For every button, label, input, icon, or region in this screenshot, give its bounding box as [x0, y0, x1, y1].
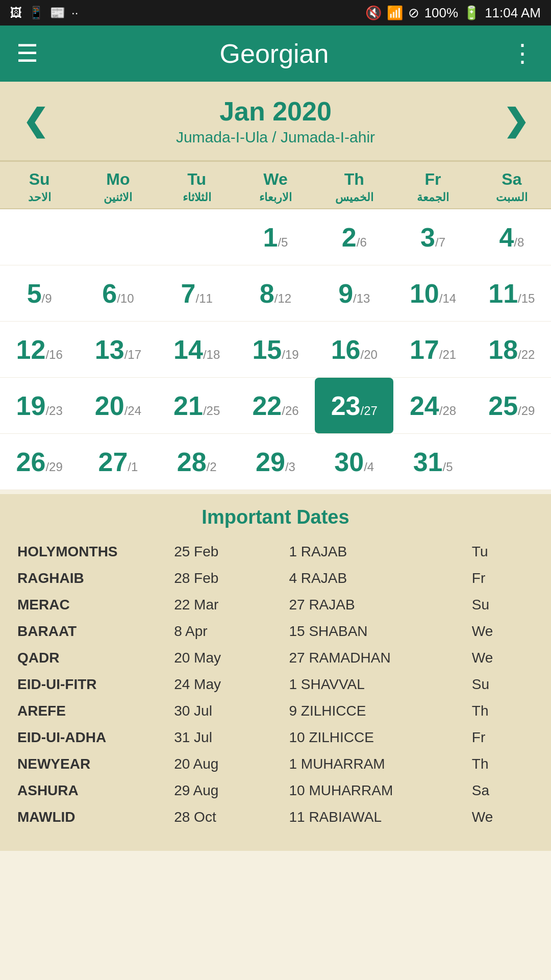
gregorian-day: 10	[410, 280, 439, 307]
day-cell[interactable]: 293	[236, 434, 315, 490]
gregorian-day: 3	[420, 224, 435, 251]
day-cell[interactable]: 1721	[393, 322, 472, 378]
important-date-hijri: 4 RAJAB	[286, 565, 468, 592]
important-date-name: EID-UI-ADHA	[14, 724, 171, 751]
important-date-greg: 20 Aug	[171, 751, 286, 777]
important-date-day: We	[469, 618, 537, 645]
day-ar: الثلاثاء	[158, 191, 236, 204]
day-cell[interactable]: 913	[315, 265, 393, 322]
gregorian-day: 20	[95, 393, 124, 419]
battery-percent: 100%	[424, 5, 459, 21]
day-cell	[158, 209, 236, 265]
gallery-icon: 🖼	[10, 6, 22, 20]
gregorian-day: 9	[338, 280, 353, 307]
hijri-day: 26	[282, 405, 298, 417]
day-cell[interactable]: 1620	[315, 322, 393, 378]
hijri-day: 16	[45, 349, 62, 361]
important-date-day: Sa	[469, 777, 537, 804]
day-cell[interactable]: 37	[393, 209, 472, 265]
important-date-hijri: 15 SHABAN	[286, 618, 468, 645]
day-cell[interactable]: 2529	[472, 378, 551, 434]
day-ar: الاربعاء	[236, 191, 315, 204]
gregorian-day: 4	[499, 224, 514, 251]
toolbar: ☰ Georgian ⋮	[0, 26, 551, 82]
important-date-hijri: 1 RAJAB	[286, 538, 468, 565]
gregorian-day: 31	[413, 449, 443, 475]
more-options-button[interactable]: ⋮	[510, 41, 535, 66]
next-month-button[interactable]: ❯	[493, 106, 539, 136]
prev-month-button[interactable]: ❮	[12, 106, 58, 136]
important-date-name: RAGHAIB	[14, 565, 171, 592]
day-cell	[0, 209, 79, 265]
important-date-name: QADR	[14, 645, 171, 671]
day-cell[interactable]: 26	[315, 209, 393, 265]
day-cell[interactable]: 15	[236, 209, 315, 265]
day-cell[interactable]: 1216	[0, 322, 79, 378]
important-date-day: Tu	[469, 538, 537, 565]
hijri-day: 17	[124, 349, 141, 361]
day-cell	[79, 209, 157, 265]
hijri-day: 27	[361, 405, 378, 417]
day-cell[interactable]: 304	[315, 434, 393, 490]
gregorian-day: 19	[16, 393, 46, 419]
hijri-day: 28	[439, 405, 456, 417]
day-cell[interactable]: 1923	[0, 378, 79, 434]
day-cell[interactable]: 2125	[158, 378, 236, 434]
important-date-day: Th	[469, 698, 537, 724]
gregorian-day: 18	[488, 336, 518, 363]
day-cell[interactable]: 48	[472, 209, 551, 265]
day-cell[interactable]: 1317	[79, 322, 157, 378]
day-cell[interactable]: 1519	[236, 322, 315, 378]
day-en: Mo	[79, 170, 157, 189]
hijri-day: 4	[364, 461, 374, 473]
day-cell[interactable]: 2428	[393, 378, 472, 434]
day-cell[interactable]: 1822	[472, 322, 551, 378]
day-header: Saالسبت	[472, 170, 551, 204]
hijri-day: 29	[45, 461, 62, 473]
important-dates-title: Important Dates	[14, 506, 537, 528]
day-cell[interactable]: 271	[79, 434, 157, 490]
day-cell[interactable]: 282	[158, 434, 236, 490]
important-date-name: AREFE	[14, 698, 171, 724]
day-en: Th	[315, 170, 393, 189]
important-date-day: Fr	[469, 724, 537, 751]
hijri-day: 24	[124, 405, 141, 417]
gregorian-day: 15	[252, 336, 282, 363]
day-cell[interactable]: 711	[158, 265, 236, 322]
hijri-day: 1	[128, 461, 138, 473]
hijri-day: 20	[361, 349, 378, 361]
gregorian-day: 7	[181, 280, 196, 307]
menu-button[interactable]: ☰	[16, 41, 38, 66]
day-cell[interactable]: 610	[79, 265, 157, 322]
day-cell[interactable]: 315	[393, 434, 472, 490]
important-date-greg: 20 May	[171, 645, 286, 671]
day-cell[interactable]: 59	[0, 265, 79, 322]
day-cell[interactable]: 2629	[0, 434, 79, 490]
important-date-hijri: 27 RAJAB	[286, 592, 468, 618]
day-cell[interactable]: 1418	[158, 322, 236, 378]
gregorian-day: 2	[342, 224, 357, 251]
day-cell[interactable]: 2024	[79, 378, 157, 434]
hijri-day: 22	[518, 349, 535, 361]
important-date-row: RAGHAIB 28 Feb 4 RAJAB Fr	[14, 565, 537, 592]
important-date-day: Th	[469, 751, 537, 777]
calendar-header: ❮ Jan 2020 Jumada-I-Ula / Jumada-I-ahir …	[0, 82, 551, 162]
day-cell[interactable]: 2327	[315, 378, 393, 434]
status-right-icons: 🔇 📶 ⊘ 100% 🔋 11:04 AM	[365, 5, 541, 21]
important-date-day: We	[469, 645, 537, 671]
day-headers: SuالاحدMoالاثنينTuالثلاثاءWeالاربعاءThال…	[0, 162, 551, 209]
day-header: Suالاحد	[0, 170, 79, 204]
day-cell[interactable]: 1115	[472, 265, 551, 322]
important-date-name: ASHURA	[14, 777, 171, 804]
day-cell[interactable]: 812	[236, 265, 315, 322]
important-date-hijri: 1 MUHARRAM	[286, 751, 468, 777]
day-cell[interactable]: 1014	[393, 265, 472, 322]
day-en: Tu	[158, 170, 236, 189]
hijri-day: 5	[278, 236, 288, 249]
day-cell[interactable]: 2226	[236, 378, 315, 434]
hijri-day: 21	[439, 349, 456, 361]
gregorian-day: 23	[331, 393, 361, 419]
wifi-icon: 📶	[387, 5, 403, 21]
important-date-hijri: 10 MUHARRAM	[286, 777, 468, 804]
important-date-name: HOLYMONTHS	[14, 538, 171, 565]
